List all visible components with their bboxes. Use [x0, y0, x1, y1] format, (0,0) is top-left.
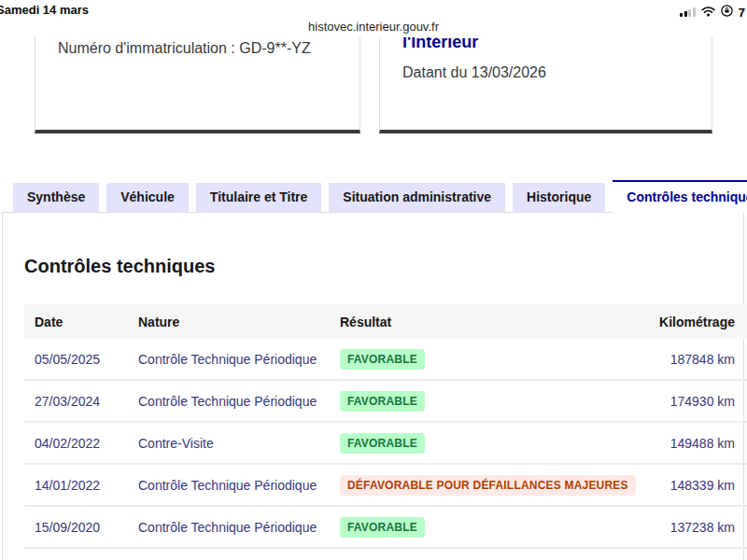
cellular-signal-icon — [680, 7, 696, 17]
tab-label: Contrôles techniques — [627, 189, 747, 204]
cell-nature: Contrôle Technique Périodique — [138, 339, 340, 380]
inspections-table-wrap: DateNatureRésultatKilométrage 05/05/2025… — [24, 304, 725, 549]
result-badge: FAVORABLE — [340, 349, 425, 370]
tab-label: Titulaire et Titre — [210, 189, 308, 204]
url-bar[interactable]: histovec.interieur.gouv.fr — [0, 20, 747, 34]
table-row: 05/05/2025 Contrôle Technique Périodique… — [24, 339, 747, 380]
status-date: Samedi 14 mars — [0, 3, 89, 17]
cell-kilometrage: 187848 km — [646, 339, 747, 380]
cell-kilometrage: 148339 km — [646, 464, 747, 506]
cell-date: 05/05/2025 — [24, 339, 138, 380]
result-badge: FAVORABLE — [340, 391, 425, 412]
result-badge: FAVORABLE — [340, 433, 425, 454]
cell-kilometrage: 174930 km — [646, 380, 747, 422]
result-badge: DÉFAVORABLE POUR DÉFAILLANCES MAJEURES — [340, 475, 636, 496]
result-badge: FAVORABLE — [340, 517, 425, 538]
tab-label: Véhicule — [120, 189, 175, 204]
orientation-lock-icon — [721, 4, 733, 21]
cell-date: 15/09/2020 — [24, 506, 138, 548]
tab-label: Historique — [527, 189, 591, 204]
tab-list: SynthèseVéhiculeTitulaire et TitreSituat… — [13, 183, 747, 216]
table-row: 15/09/2020 Contrôle Technique Périodique… — [24, 506, 747, 548]
tab-label: Situation administrative — [343, 189, 491, 204]
column-header-nature: Nature — [138, 304, 340, 339]
tab-titulaire-et-titre[interactable]: Titulaire et Titre — [196, 183, 322, 212]
battery-percent: 7 — [739, 6, 745, 20]
table-row: 14/01/2022 Contrôle Technique Périodique… — [24, 464, 747, 506]
cell-result: FAVORABLE — [340, 380, 646, 422]
cell-date: 14/01/2022 — [24, 464, 138, 506]
column-header-kilometrage: Kilométrage — [646, 304, 747, 339]
tab-situation-administrative[interactable]: Situation administrative — [329, 183, 505, 212]
cell-nature: Contre-Visite — [138, 422, 340, 464]
column-header-resultat: Résultat — [340, 304, 646, 339]
cell-nature: Contrôle Technique Périodique — [138, 380, 340, 422]
column-header-date: Date — [24, 304, 138, 339]
cell-kilometrage: 137238 km — [646, 506, 747, 548]
tab-controles-techniques[interactable]: Contrôles techniques — [613, 180, 747, 213]
cell-result: DÉFAVORABLE POUR DÉFAILLANCES MAJEURES — [340, 464, 646, 506]
tab-historique[interactable]: Historique — [513, 183, 605, 212]
registration-number: Numéro d'immatriculation : GD-9**-YZ — [58, 40, 311, 57]
inspections-table: DateNatureRésultatKilométrage 05/05/2025… — [24, 304, 747, 549]
cell-nature: Contrôle Technique Périodique — [138, 506, 340, 548]
table-row: 04/02/2022 Contre-Visite FAVORABLE 14948… — [24, 422, 747, 464]
cell-result: FAVORABLE — [340, 506, 646, 548]
browser-window: Samedi 14 mars histovec.interieur.gouv.f… — [0, 0, 747, 560]
cell-date: 27/03/2024 — [24, 380, 138, 422]
table-header-row: DateNatureRésultatKilométrage — [24, 304, 747, 339]
cell-result: FAVORABLE — [340, 339, 646, 380]
section-title: Contrôles techniques — [24, 256, 215, 277]
status-indicators: 7 — [680, 4, 745, 21]
cell-date: 04/02/2022 — [24, 422, 138, 464]
tab-vehicule[interactable]: Véhicule — [106, 183, 189, 212]
cell-nature: Contrôle Technique Périodique — [138, 464, 340, 506]
wifi-icon — [701, 4, 715, 21]
cell-kilometrage: 149488 km — [646, 422, 747, 464]
table-row: 27/03/2024 Contrôle Technique Périodique… — [24, 380, 747, 422]
cell-result: FAVORABLE — [340, 422, 646, 464]
certificate-date: Datant du 13/03/2026 — [402, 64, 546, 81]
tab-label: Synthèse — [27, 189, 85, 204]
tab-panel: Contrôles techniques DateNatureRésultatK… — [2, 212, 744, 560]
tab-synthese[interactable]: Synthèse — [13, 183, 99, 212]
status-bar: Samedi 14 mars histovec.interieur.gouv.f… — [0, 0, 747, 37]
